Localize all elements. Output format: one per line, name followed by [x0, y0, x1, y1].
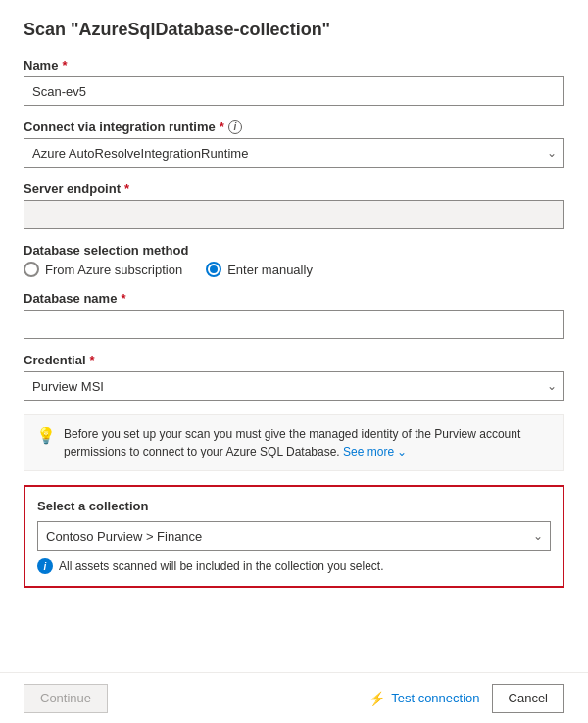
test-connection-button[interactable]: ⚡ Test connection: [368, 691, 479, 706]
name-field-group: Name *: [24, 58, 564, 106]
database-name-label: Database name *: [24, 291, 564, 306]
required-star-4: *: [121, 291, 125, 306]
required-star-2: *: [220, 120, 224, 134]
radio-dot-enter-manually: [210, 265, 218, 273]
collection-dropdown[interactable]: Contoso Purview > Finance: [37, 521, 551, 551]
bulb-icon: 💡: [36, 426, 56, 445]
collection-info-row: i All assets scanned will be included in…: [37, 558, 551, 574]
database-name-field-group: Database name *: [24, 291, 564, 339]
credential-label: Credential *: [24, 353, 564, 367]
continue-button: Continue: [24, 684, 108, 713]
collection-info-text: All assets scanned will be included in t…: [59, 559, 384, 573]
integration-runtime-dropdown[interactable]: Azure AutoResolveIntegrationRuntime: [24, 138, 564, 168]
integration-runtime-field-group: Connect via integration runtime * i Azur…: [24, 120, 564, 168]
footer-left: Continue: [24, 684, 108, 713]
name-input[interactable]: [24, 76, 564, 106]
cancel-button[interactable]: Cancel: [492, 684, 564, 713]
radio-enter-manually[interactable]: Enter manually: [206, 262, 313, 277]
integration-runtime-dropdown-wrapper: Azure AutoResolveIntegrationRuntime ⌄: [24, 138, 564, 168]
database-name-input[interactable]: [24, 310, 564, 339]
footer-bar: Continue ⚡ Test connection Cancel: [0, 672, 588, 723]
required-star: *: [62, 58, 67, 72]
info-box-text: Before you set up your scan you must giv…: [64, 425, 552, 460]
radio-label-enter-manually: Enter manually: [227, 263, 313, 277]
collection-section: Select a collection Contoso Purview > Fi…: [24, 485, 564, 588]
test-connection-icon: ⚡: [368, 691, 385, 706]
footer-right: ⚡ Test connection Cancel: [368, 684, 564, 713]
collection-dropdown-wrapper: Contoso Purview > Finance ⌄: [37, 521, 551, 551]
required-star-5: *: [90, 353, 95, 367]
collection-section-title: Select a collection: [37, 499, 551, 513]
credential-field-group: Credential * Purview MSI ⌄: [24, 353, 564, 401]
see-more-link[interactable]: See more ⌄: [343, 445, 407, 458]
radio-group: From Azure subscription Enter manually: [24, 262, 564, 277]
collection-info-circle-icon: i: [37, 558, 53, 574]
radio-label-from-azure: From Azure subscription: [45, 263, 182, 277]
info-box: 💡 Before you set up your scan you must g…: [24, 414, 564, 471]
server-endpoint-input[interactable]: [24, 200, 564, 229]
db-selection-field-group: Database selection method From Azure sub…: [24, 243, 564, 277]
radio-from-azure[interactable]: From Azure subscription: [24, 262, 182, 277]
server-endpoint-field-group: Server endpoint *: [24, 181, 564, 229]
server-endpoint-label: Server endpoint *: [24, 181, 564, 196]
radio-circle-from-azure: [24, 262, 39, 277]
db-selection-label: Database selection method: [24, 243, 564, 258]
required-star-3: *: [124, 181, 129, 196]
radio-circle-enter-manually: [206, 262, 221, 277]
integration-runtime-label: Connect via integration runtime * i: [24, 120, 564, 134]
name-label: Name *: [24, 58, 564, 72]
credential-dropdown-wrapper: Purview MSI ⌄: [24, 371, 564, 401]
page-title: Scan "AzureSqlDatabase-collection": [24, 20, 564, 40]
credential-dropdown[interactable]: Purview MSI: [24, 371, 564, 401]
see-more-chevron-icon: ⌄: [397, 445, 407, 458]
integration-runtime-info-icon[interactable]: i: [228, 120, 242, 134]
